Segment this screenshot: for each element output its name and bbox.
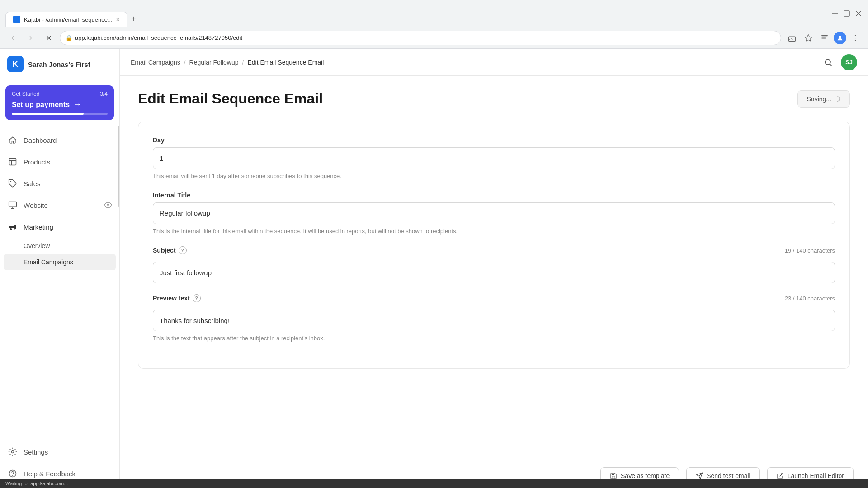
preview-help-icon[interactable]: ? xyxy=(193,294,201,302)
onboarding-bar-fill xyxy=(12,113,84,115)
sidebar-item-dashboard[interactable]: Dashboard xyxy=(0,129,119,151)
home-icon xyxy=(7,135,18,145)
dashboard-label: Dashboard xyxy=(24,136,57,144)
launch-editor-label: Launch Email Editor xyxy=(788,472,844,479)
back-button[interactable] xyxy=(5,31,20,45)
tab-favicon xyxy=(13,16,20,23)
saving-button[interactable]: Saving... xyxy=(797,90,850,108)
sidebar-item-products[interactable]: Products xyxy=(0,151,119,173)
svg-line-28 xyxy=(779,473,783,476)
svg-point-20 xyxy=(12,451,14,453)
breadcrumb-sep-1: / xyxy=(184,59,186,66)
subject-counter: 19 / 140 characters xyxy=(785,247,835,254)
sales-label: Sales xyxy=(24,180,41,188)
onboarding-progress-bar xyxy=(12,113,108,115)
sidebar-item-sales[interactable]: Sales xyxy=(0,173,119,194)
day-input[interactable] xyxy=(153,147,835,169)
svg-point-23 xyxy=(825,59,830,65)
maximize-icon[interactable] xyxy=(843,9,851,18)
sidebar-sub-email-campaigns[interactable]: Email Campaigns xyxy=(4,254,116,270)
sidebar-sub-overview[interactable]: Overview xyxy=(0,238,119,254)
internal-title-label: Internal Title xyxy=(153,192,835,199)
send-test-label: Send test email xyxy=(707,472,750,479)
box-icon xyxy=(7,156,18,167)
internal-title-field-group: Internal Title This is the internal titl… xyxy=(153,192,835,236)
onboarding-card[interactable]: Get Started 3/4 Set up payments → xyxy=(5,85,114,120)
launch-editor-icon xyxy=(777,472,784,479)
spinner-icon xyxy=(834,96,840,102)
onboarding-progress-row: Get Started 3/4 xyxy=(12,91,108,97)
gear-icon xyxy=(7,446,18,457)
more-button[interactable] xyxy=(848,31,863,45)
breadcrumb-email-campaigns[interactable]: Email Campaigns xyxy=(131,59,180,66)
minimize-icon[interactable] xyxy=(831,9,839,18)
incognito-profile[interactable] xyxy=(834,32,846,44)
internal-title-hint: This is the internal title for this emai… xyxy=(153,227,835,236)
preview-text-input[interactable] xyxy=(153,310,835,331)
overview-label: Overview xyxy=(24,242,50,249)
svg-rect-1 xyxy=(844,11,849,16)
sidebar-item-marketing[interactable]: Marketing xyxy=(0,216,119,238)
sidebar-logo: K xyxy=(7,56,24,72)
company-name: Sarah Jonas's First xyxy=(28,61,90,68)
new-tab-button[interactable]: + xyxy=(127,11,140,27)
sidebar-header: K Sarah Jonas's First xyxy=(0,49,119,80)
sidebar-scroll-thumb[interactable] xyxy=(118,126,119,207)
breadcrumb-sep-2: / xyxy=(242,59,244,66)
svg-point-21 xyxy=(9,470,16,477)
day-label: Day xyxy=(153,136,835,144)
preview-text-hint: This is the text that appears after the … xyxy=(153,334,835,343)
topbar-right: SJ xyxy=(821,54,857,70)
star-icon[interactable] xyxy=(801,31,816,45)
bottom-spacer xyxy=(138,380,850,407)
svg-line-24 xyxy=(830,64,832,66)
browser-tabs: Kajabi - /admin/email_sequence... × + xyxy=(5,0,140,27)
tab-search-icon[interactable] xyxy=(817,31,832,45)
svg-rect-8 xyxy=(821,35,828,36)
internal-title-input[interactable] xyxy=(153,202,835,224)
help-label: Help & Feedback xyxy=(24,470,75,478)
question-icon xyxy=(7,468,18,479)
svg-rect-9 xyxy=(821,37,826,38)
address-bar[interactable]: 🔒 app.kajabi.com/admin/email_sequence_em… xyxy=(60,31,781,45)
user-avatar[interactable]: SJ xyxy=(841,54,857,70)
svg-rect-0 xyxy=(832,13,838,14)
send-test-icon xyxy=(696,472,703,479)
browser-tab-bar: Kajabi - /admin/email_sequence... × + xyxy=(0,0,868,27)
refresh-button[interactable] xyxy=(42,31,56,45)
tab-title: Kajabi - /admin/email_sequence... xyxy=(24,16,113,23)
subject-input[interactable] xyxy=(153,262,835,283)
search-button[interactable] xyxy=(821,55,835,70)
subject-label-row: Subject ? 19 / 140 characters xyxy=(153,246,835,254)
svg-point-15 xyxy=(10,181,12,183)
form-section: Day This email will be sent 1 day after … xyxy=(138,122,850,369)
topbar: Email Campaigns / Regular Followup / Edi… xyxy=(120,49,868,76)
cast-icon[interactable] xyxy=(785,31,799,45)
sidebar-item-website[interactable]: Website xyxy=(0,194,119,216)
save-template-icon xyxy=(610,472,617,479)
close-icon[interactable] xyxy=(854,9,863,18)
preview-label-row: Preview text ? 23 / 140 characters xyxy=(153,294,835,302)
subject-field-group: Subject ? 19 / 140 characters xyxy=(153,246,835,283)
website-eye-badge xyxy=(104,201,112,209)
settings-label: Settings xyxy=(24,448,48,456)
forward-button[interactable] xyxy=(24,31,38,45)
svg-point-12 xyxy=(855,37,856,38)
sidebar: K Sarah Jonas's First Get Started 3/4 Se… xyxy=(0,49,120,488)
lock-icon: 🔒 xyxy=(66,35,72,41)
onboarding-title: Set up payments → xyxy=(12,100,108,109)
svg-point-13 xyxy=(855,40,856,41)
main-area: Email Campaigns / Regular Followup / Edi… xyxy=(120,49,868,488)
preview-text-field-group: Preview text ? 23 / 140 characters This … xyxy=(153,294,835,343)
main-content: Edit Email Sequence Email Saving... Day … xyxy=(120,76,868,488)
tab-close-button[interactable]: × xyxy=(116,16,120,23)
breadcrumb-regular-followup[interactable]: Regular Followup xyxy=(189,59,239,66)
sidebar-item-settings[interactable]: Settings xyxy=(0,441,119,463)
active-tab[interactable]: Kajabi - /admin/email_sequence... × xyxy=(5,12,127,27)
onboarding-title-text: Set up payments xyxy=(12,101,70,109)
monitor-icon xyxy=(7,200,18,211)
tag-icon xyxy=(7,178,18,189)
marketing-label: Marketing xyxy=(24,223,53,231)
subject-help-icon[interactable]: ? xyxy=(179,246,187,254)
status-bar: Waiting for app.kajabi.com... xyxy=(0,479,868,488)
